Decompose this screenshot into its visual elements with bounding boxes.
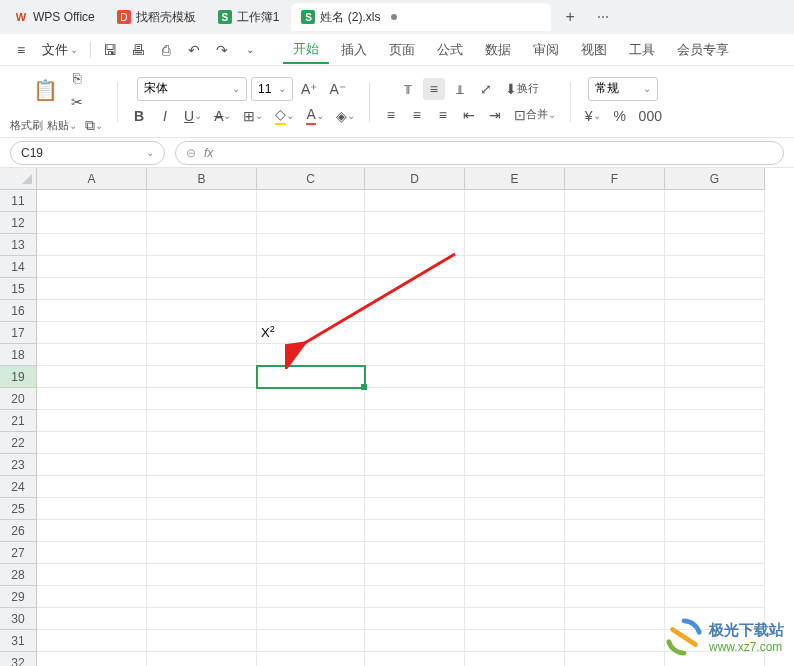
tab-data[interactable]: 数据 [475,37,521,63]
currency-icon[interactable]: ¥⌄ [581,105,605,127]
cell-E23[interactable] [465,454,565,476]
cell-B17[interactable] [147,322,257,344]
row-header-29[interactable]: 29 [0,586,37,608]
row-header-24[interactable]: 24 [0,476,37,498]
cell-C25[interactable] [257,498,365,520]
cell-G16[interactable] [665,300,765,322]
cell-A12[interactable] [37,212,147,234]
cell-A14[interactable] [37,256,147,278]
cell-A23[interactable] [37,454,147,476]
row-header-14[interactable]: 14 [0,256,37,278]
cell-A15[interactable] [37,278,147,300]
cell-E30[interactable] [465,608,565,630]
cell-D24[interactable] [365,476,465,498]
cell-A21[interactable] [37,410,147,432]
new-tab-button[interactable]: + [557,8,582,26]
cell-E26[interactable] [465,520,565,542]
increase-font-icon[interactable]: A⁺ [297,78,321,100]
decrease-font-icon[interactable]: A⁻ [325,78,349,100]
format-brush-label[interactable]: 格式刷 [10,118,43,133]
cell-D18[interactable] [365,344,465,366]
tab-workbook1[interactable]: S 工作簿1 [208,3,290,31]
cell-F32[interactable] [565,652,665,666]
font-color-icon[interactable]: A⌄ [302,105,327,127]
cell-A17[interactable] [37,322,147,344]
copy-icon[interactable]: ⎘ [66,67,88,89]
cell-B13[interactable] [147,234,257,256]
cell-C30[interactable] [257,608,365,630]
cell-G12[interactable] [665,212,765,234]
percent-icon[interactable]: % [609,105,631,127]
tab-review[interactable]: 审阅 [523,37,569,63]
cell-B23[interactable] [147,454,257,476]
cell-G15[interactable] [665,278,765,300]
underline-icon[interactable]: U⌄ [180,105,206,127]
col-header-F[interactable]: F [565,168,665,190]
tab-template[interactable]: D 找稻壳模板 [107,3,206,31]
cell-A24[interactable] [37,476,147,498]
cell-E14[interactable] [465,256,565,278]
formula-bar[interactable]: ⊖ fx [175,141,784,165]
align-bottom-icon[interactable]: ⫫ [449,78,471,100]
cell-D28[interactable] [365,564,465,586]
cell-B24[interactable] [147,476,257,498]
tab-formula[interactable]: 公式 [427,37,473,63]
save-icon[interactable]: 🖫 [97,38,123,62]
cell-A32[interactable] [37,652,147,666]
cell-G17[interactable] [665,322,765,344]
row-header-25[interactable]: 25 [0,498,37,520]
cell-B12[interactable] [147,212,257,234]
col-header-G[interactable]: G [665,168,765,190]
cell-B11[interactable] [147,190,257,212]
align-center-icon[interactable]: ≡ [406,104,428,126]
cell-F27[interactable] [565,542,665,564]
tab-menu-button[interactable]: ⋯ [589,10,617,24]
cell-F29[interactable] [565,586,665,608]
merge-button[interactable]: ⊡合并⌄ [510,104,560,126]
tab-wps-office[interactable]: W WPS Office [4,3,105,31]
row-header-23[interactable]: 23 [0,454,37,476]
cell-E11[interactable] [465,190,565,212]
cell-B14[interactable] [147,256,257,278]
cell-D19[interactable] [365,366,465,388]
cell-D26[interactable] [365,520,465,542]
border-icon[interactable]: ⊞⌄ [239,105,267,127]
col-header-C[interactable]: C [257,168,365,190]
cell-C28[interactable] [257,564,365,586]
cell-C21[interactable] [257,410,365,432]
cell-F16[interactable] [565,300,665,322]
cell-A25[interactable] [37,498,147,520]
cell-F22[interactable] [565,432,665,454]
cancel-icon[interactable]: ⊖ [186,146,196,160]
cell-G21[interactable] [665,410,765,432]
cell-A26[interactable] [37,520,147,542]
font-name-select[interactable]: 宋体⌄ [137,77,247,101]
cell-E28[interactable] [465,564,565,586]
row-header-21[interactable]: 21 [0,410,37,432]
cell-A30[interactable] [37,608,147,630]
row-header-15[interactable]: 15 [0,278,37,300]
cell-D16[interactable] [365,300,465,322]
cell-E21[interactable] [465,410,565,432]
cell-C22[interactable] [257,432,365,454]
indent-decrease-icon[interactable]: ⇤ [458,104,480,126]
align-middle-icon[interactable]: ≡ [423,78,445,100]
row-header-19[interactable]: 19 [0,366,37,388]
cell-F23[interactable] [565,454,665,476]
cell-A16[interactable] [37,300,147,322]
cell-B25[interactable] [147,498,257,520]
cell-D17[interactable] [365,322,465,344]
cell-E16[interactable] [465,300,565,322]
cell-A19[interactable] [37,366,147,388]
preview-icon[interactable]: ⎙ [153,38,179,62]
cell-D30[interactable] [365,608,465,630]
cell-B29[interactable] [147,586,257,608]
cell-G26[interactable] [665,520,765,542]
cell-G27[interactable] [665,542,765,564]
number-format-select[interactable]: 常规⌄ [588,77,658,101]
cell-F25[interactable] [565,498,665,520]
cell-A11[interactable] [37,190,147,212]
cell-E15[interactable] [465,278,565,300]
cell-C23[interactable] [257,454,365,476]
orientation-icon[interactable]: ⤢ [475,78,497,100]
